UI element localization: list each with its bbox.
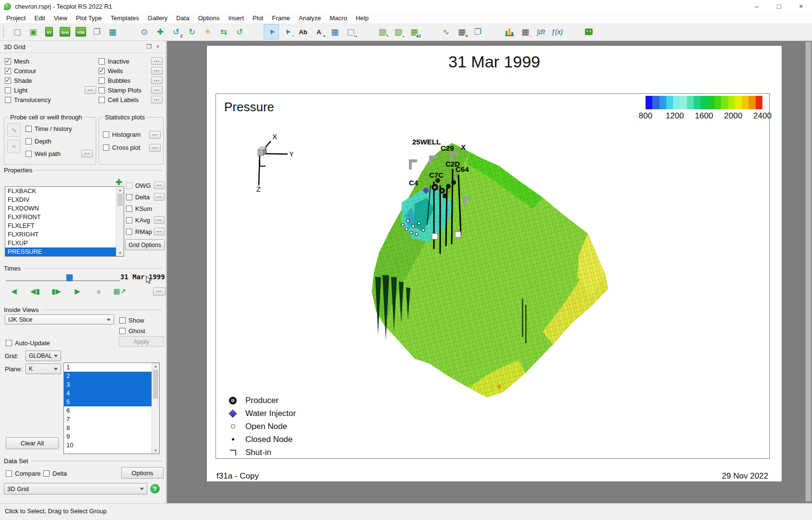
plane-list-item[interactable]: 10 <box>64 441 159 450</box>
owg-checkbox[interactable]: OWG ... <box>126 180 165 191</box>
panel-mode-select[interactable]: 3D Grid <box>4 483 147 494</box>
plane-list-item[interactable]: 9 <box>64 432 159 441</box>
contour-checkbox[interactable]: Contour ... <box>5 66 96 76</box>
menu-item[interactable]: Options <box>194 13 224 23</box>
function-icon[interactable]: ƒ(x) <box>549 24 565 39</box>
save-project-icon[interactable]: ▦ <box>105 24 120 39</box>
mesh-checkbox[interactable]: Mesh ... <box>5 56 96 66</box>
scroll-up-icon[interactable]: ▲ <box>116 187 124 193</box>
plane-scrollbar[interactable]: ▲ ▼ <box>152 363 159 454</box>
scroll-down-icon[interactable]: ▼ <box>116 250 124 256</box>
property-list-item[interactable]: FLXBACK <box>5 187 124 195</box>
jump-start-button[interactable]: ◀ <box>7 285 21 298</box>
menu-item[interactable]: Analyze <box>294 13 325 23</box>
import-grid-data-icon[interactable]: Grid <box>57 24 73 39</box>
property-list-item[interactable]: FLXUP <box>5 239 124 247</box>
checkbox-box[interactable] <box>43 470 50 477</box>
plane-list-item[interactable]: 6 <box>64 406 159 415</box>
translucency-checkbox[interactable]: Translucency ... <box>5 95 96 104</box>
text-tool-icon[interactable]: Ab <box>295 24 311 39</box>
menu-item[interactable]: Data <box>172 13 193 23</box>
checkbox-box[interactable] <box>25 151 32 157</box>
more-options-button[interactable]: ... <box>154 228 165 235</box>
properties-list[interactable]: FLXBACK FLXDIV FLXDOWN FLXFRONT FLXLEFT … <box>5 186 124 257</box>
scrollbar-thumb[interactable] <box>117 194 123 206</box>
scroll-down-icon[interactable]: ▼ <box>152 447 159 454</box>
time-history-checkbox[interactable]: Time / history ... <box>25 122 93 135</box>
checkbox-box[interactable] <box>99 87 105 93</box>
checkbox-box[interactable] <box>5 58 11 65</box>
more-options-button[interactable]: ... <box>151 67 163 75</box>
stamp-plots-checkbox[interactable]: Stamp Plots ... <box>99 85 163 95</box>
property-list-item[interactable]: FLXDOWN <box>5 204 124 213</box>
show-checkbox[interactable]: Show <box>119 315 164 325</box>
checkbox-box[interactable] <box>103 144 109 151</box>
checkbox-box[interactable] <box>5 68 11 74</box>
menu-item[interactable]: Macro <box>325 13 351 23</box>
step-back-button[interactable]: ◀▮ <box>28 285 42 298</box>
more-options-button[interactable]: ... <box>151 96 163 104</box>
probe-curve-icon[interactable]: ∿ <box>438 24 454 39</box>
menu-item[interactable]: Frame <box>267 13 294 23</box>
rmap-checkbox[interactable]: RMap ... <box>126 226 165 237</box>
shade-checkbox[interactable]: Shade ... <box>5 76 96 85</box>
checkbox-box[interactable] <box>99 68 105 74</box>
open-project-icon[interactable]: ▣ <box>25 24 41 39</box>
workspace-scrollbar[interactable] <box>805 41 812 502</box>
integrate-icon[interactable]: ∫dτ <box>533 24 549 39</box>
property-list-item[interactable]: FLXRIGHT <box>5 230 124 239</box>
adjust-tool-icon[interactable]: ➤ • <box>279 24 295 39</box>
more-options-button[interactable]: ... <box>154 182 165 189</box>
checkbox-box[interactable] <box>119 328 126 334</box>
more-options-button[interactable]: ... <box>149 144 161 152</box>
import-vdb-data-icon[interactable]: VDB <box>73 24 89 39</box>
checkbox-box[interactable] <box>126 182 132 189</box>
wells-checkbox[interactable]: Wells ... <box>99 66 163 76</box>
extract-zone-icon[interactable]: ▨ ↘ <box>391 24 406 39</box>
geometry-text-icon[interactable]: A ● <box>311 24 327 39</box>
zoom-tool-icon[interactable]: ⊙ <box>137 24 152 39</box>
more-options-button[interactable]: ... <box>151 57 163 65</box>
compare-checkbox[interactable]: Compare <box>6 468 41 478</box>
cell-labels-checkbox[interactable]: Cell Labels ... <box>99 95 163 104</box>
step-forward-button[interactable]: ▮▶ <box>49 285 63 298</box>
grid-select[interactable]: GLOBAL <box>25 351 61 361</box>
undo-icon[interactable]: ↺ <box>232 24 247 39</box>
scroll-up-icon[interactable]: ▲ <box>152 363 159 369</box>
kavg-checkbox[interactable]: KAvg ... <box>126 214 165 226</box>
ksum-checkbox[interactable]: KSum ... <box>126 203 165 214</box>
more-options-button[interactable]: ... <box>154 193 165 201</box>
plot-frame[interactable]: 31 Mar 1999 Pressure <box>207 46 782 481</box>
float-panel-icon[interactable]: ❐ <box>145 43 153 50</box>
plane-list-item[interactable]: 7 <box>64 415 159 424</box>
scatter-matrix-icon[interactable]: ▦ ∴ <box>518 24 533 39</box>
more-options-button[interactable]: ... <box>151 77 163 84</box>
lighting-icon[interactable]: ☀ <box>200 24 216 39</box>
add-property-button[interactable]: ✚ <box>114 178 123 186</box>
pan-tool-icon[interactable]: ✚ <box>152 24 168 39</box>
checkbox-box[interactable] <box>119 317 126 324</box>
property-list-item[interactable]: FLXLEFT <box>5 221 124 230</box>
plane-list-item[interactable]: 2 <box>64 372 159 380</box>
checkbox-box[interactable] <box>103 131 109 138</box>
auto-update-checkbox[interactable]: Auto-Update <box>6 338 68 348</box>
checkbox-box[interactable] <box>5 78 11 84</box>
checkbox-box[interactable] <box>126 194 132 200</box>
paste-page-icon[interactable]: ▢ ↪ <box>343 24 358 39</box>
frame-layout-icon[interactable]: ▦ <box>327 24 343 39</box>
new-file-icon[interactable]: ▢ <box>10 24 25 39</box>
cell-labels-42-icon[interactable]: ▦ 42 <box>406 24 422 39</box>
refresh-style-icon[interactable]: ⇆ <box>216 24 231 39</box>
checkbox-box[interactable] <box>5 87 11 93</box>
create-zone-icon[interactable]: ▨ ✎ <box>375 24 390 39</box>
slice-pages-icon[interactable]: ❐ → <box>470 24 485 39</box>
close-button[interactable]: × <box>790 0 812 13</box>
delta-dataset-checkbox[interactable]: Delta <box>43 468 72 478</box>
bar-chart-icon[interactable] <box>502 24 517 39</box>
property-list-item[interactable]: FLXDIV <box>5 195 124 204</box>
checkbox-box[interactable] <box>126 206 132 212</box>
menu-item[interactable]: Templates <box>106 13 143 23</box>
more-options-button[interactable]: ... <box>85 86 96 94</box>
toolbar-grip[interactable] <box>3 26 6 38</box>
inactive-checkbox[interactable]: Inactive ... <box>99 56 163 66</box>
